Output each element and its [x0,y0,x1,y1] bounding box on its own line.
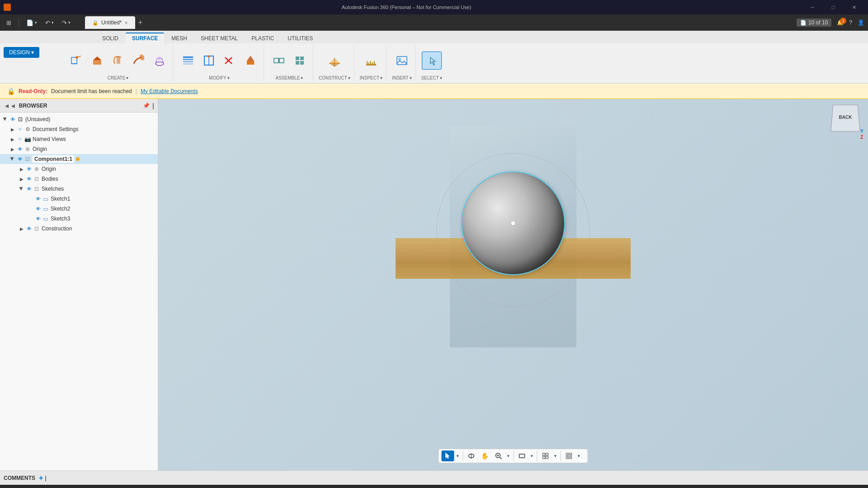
tree-toggle-bodies[interactable]: ▶ [18,175,25,183]
tree-item-origin-1[interactable]: ▶ 👁 ⊕ Origin [0,144,158,154]
create-tool-revolve[interactable] [108,52,127,69]
tree-item-sketch3[interactable]: ▶ 👁 ▭ Sketch3 [0,214,158,224]
assemble-tool-1[interactable] [269,52,288,69]
tree-item-origin-2[interactable]: ▶ 👁 ⊕ Origin [0,164,158,174]
browser-collapse-button[interactable]: | [152,102,154,109]
maximize-button[interactable]: □ [823,0,844,14]
browser-pin-button[interactable]: 📌 [143,103,150,109]
tree-item-named-views[interactable]: ▶ 👁 📷 Named Views [0,134,158,144]
loft-icon [152,53,167,68]
create-tool-extrude[interactable] [88,52,107,69]
tree-vis-construction[interactable]: 👁 [25,225,33,232]
comments-pin-button[interactable]: | [45,474,47,481]
modify-tool-scissors[interactable] [220,52,239,69]
tree-item-sketch2[interactable]: ▶ 👁 ▭ Sketch2 [0,204,158,214]
ribbon-tab-mesh[interactable]: MESH [165,33,193,43]
grid-button[interactable] [539,450,552,461]
tree-vis-origin-2[interactable]: 👁 [25,165,33,173]
design-mode-button[interactable]: DESIGN ▾ [4,47,39,58]
tree-toggle-origin-2[interactable]: ▶ [18,165,25,173]
grid-dropdown-button[interactable]: ▾ [552,450,559,461]
zoom-dropdown-button[interactable]: ▾ [505,450,512,461]
modify-tool-2[interactable] [199,52,218,69]
cursor-tool-button[interactable] [442,450,454,461]
svg-point-42 [427,56,437,66]
insert-tool-image[interactable] [392,52,411,69]
tree-vis-unsaved[interactable]: 👁 [9,116,16,123]
profile-button[interactable]: 👤 [858,19,864,26]
tab-close-button[interactable]: ✕ [124,20,128,25]
tree-toggle-unsaved[interactable]: ▶ [2,116,9,123]
title-bar: Autodesk Fusion 360 (Personal – Not for … [0,0,868,14]
select-arrow-icon[interactable]: ▾ [440,75,442,80]
modify-arrow-icon[interactable]: ▾ [227,75,230,80]
select-tool-cursor[interactable] [422,52,442,70]
inspect-arrow-icon[interactable]: ▾ [380,75,382,80]
create-tool-loft[interactable] [150,52,169,69]
nav-cube[interactable]: BACK Y Z [827,103,863,140]
zoom-button[interactable] [492,450,505,461]
tree-vis-bodies[interactable]: 👁 [25,175,33,183]
cube-face-back[interactable]: BACK [830,105,860,132]
ribbon-tab-utilities[interactable]: UTILITIES [281,33,319,43]
select-group-label: SELECT ▾ [421,75,442,81]
modify-tool-1[interactable] [179,52,198,69]
ribbon-tab-solid[interactable]: SOLID [96,33,125,43]
display-dropdown-button[interactable]: ▾ [529,450,535,461]
collapse-arrow-icon[interactable]: ◄◄ [4,102,16,109]
tree-item-sketches[interactable]: ▶ 👁 ⊡ Sketches [0,184,158,194]
tree-vis-sketch2[interactable]: 👁 [34,205,42,212]
tree-item-bodies[interactable]: ▶ 👁 ⊡ Bodies [0,174,158,184]
snap-button[interactable] [563,450,576,461]
tree-item-unsaved[interactable]: ▶ 👁 ⊡ (Unsaved) [0,114,158,124]
minimize-button[interactable]: ─ [802,0,823,14]
create-tool-sweep[interactable] [129,52,148,69]
new-file-button[interactable]: 📄 ▾ [24,18,40,28]
grid-button[interactable]: ⊞ [4,18,14,28]
notification-button[interactable]: 🔔 1 [837,19,844,26]
tree-vis-sketches[interactable]: 👁 [25,185,33,192]
tree-item-doc-settings[interactable]: ▶ 👁 ⚙ Document Settings [0,124,158,134]
construct-tool-plane[interactable] [325,52,344,69]
tree-toggle-named-views[interactable]: ▶ [9,136,16,143]
redo-button[interactable]: ↷ ▾ [59,18,73,28]
close-button[interactable]: ✕ [844,0,864,14]
my-editable-docs-link[interactable]: My Editable Documents [141,88,198,94]
inspect-tool-measure[interactable] [362,52,381,69]
orbit-button[interactable] [465,450,478,461]
tree-item-construction[interactable]: ▶ 👁 ⊡ Construction [0,224,158,234]
cursor-dropdown-button[interactable]: ▾ [455,450,461,461]
pan-button[interactable]: ✋ [479,450,491,461]
tree-vis-sketch3[interactable]: 👁 [34,215,42,222]
tree-item-component1[interactable]: ▶ 👁 ⊡ Component1:1 [0,154,158,164]
viewport[interactable]: BACK Y Z ▾ ✋ [158,99,868,470]
create-arrow-icon[interactable]: ▾ [126,75,128,80]
snap-dropdown-button[interactable]: ▾ [576,450,582,461]
ribbon-tab-plastic[interactable]: PLASTIC [245,33,280,43]
comments-add-button[interactable]: + [39,474,43,482]
assemble-arrow-icon[interactable]: ▾ [301,75,303,80]
undo-button[interactable]: ↶ ▾ [42,18,57,28]
assemble-tool-2[interactable] [290,52,309,69]
tree-toggle-construction[interactable]: ▶ [18,225,25,232]
tree-toggle-component1[interactable]: ▶ [9,155,16,163]
document-tab[interactable]: 🔒 Untitled* ✕ [85,16,135,29]
construct-arrow-icon[interactable]: ▾ [348,75,350,80]
tree-vis-component1[interactable]: 👁 [16,155,24,163]
tree-item-sketch1[interactable]: ▶ 👁 ▭ Sketch1 [0,194,158,204]
ribbon-tab-surface[interactable]: SURFACE [126,33,164,43]
insert-arrow-icon[interactable]: ▾ [410,75,412,80]
ribbon-tab-sheet-metal[interactable]: SHEET METAL [194,33,244,43]
ribbon-group-select: SELECT ▾ [418,45,446,81]
tree-toggle-doc-settings[interactable]: ▶ [9,126,16,133]
display-button[interactable] [516,450,528,461]
new-tab-button[interactable]: + [138,18,143,28]
tree-vis-origin-1[interactable]: 👁 [16,145,24,153]
tree-toggle-origin-1[interactable]: ▶ [9,145,16,153]
tree-toggle-sketches[interactable]: ▶ [18,185,25,192]
tree-vis-sketch1[interactable]: 👁 [34,195,42,202]
create-tool-patch[interactable] [67,52,86,69]
help-button[interactable]: ? [849,19,852,26]
readonly-separator: | [136,88,137,94]
modify-tool-push[interactable] [241,52,260,69]
